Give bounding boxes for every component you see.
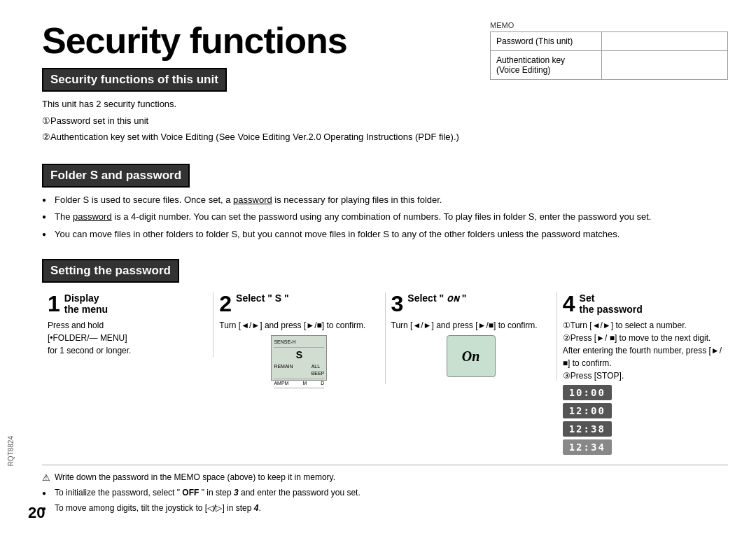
password-display-2: 12:00 xyxy=(563,403,612,418)
screen-row2: REMAINALLBEEP xyxy=(274,362,324,379)
step4-passwords: 10:00 12:00 12:38 12:34 xyxy=(563,385,722,455)
note-warning: Write down the password in the MEMO spac… xyxy=(42,471,728,484)
memo-cell-22 xyxy=(602,51,728,80)
screen-row3: AMPMMD xyxy=(274,379,324,389)
step2: 2 Select " S " Turn [◄/►] and press [►/■… xyxy=(214,292,385,384)
left-content: Security functions Security functions of… xyxy=(42,21,469,147)
memo-cell-21: Authentication key(Voice Editing) xyxy=(491,51,602,80)
page-number: 20 xyxy=(28,504,45,522)
step1-title: Displaythe menu xyxy=(64,292,108,315)
section2: Folder S and password Folder S is used t… xyxy=(42,154,728,241)
page-title: Security functions xyxy=(42,21,469,61)
screen-row1: SENSE-H xyxy=(274,338,324,348)
memo-label: MEMO xyxy=(490,21,728,29)
bottom-notes: Write down the password in the MEMO spac… xyxy=(42,465,728,514)
section2-bullet3: You can move files in other folders to f… xyxy=(42,227,728,241)
step4-body: ①Turn [◄/►] to select a number. ②Press [… xyxy=(563,319,722,382)
memo-cell-12 xyxy=(602,32,728,51)
step3-number: 3 xyxy=(391,292,404,315)
section2-bullet2: The password is a 4-digit number. You ca… xyxy=(42,210,728,224)
section3-heading: Setting the password xyxy=(42,259,179,283)
step4: 4 Setthe password ①Turn [◄/►] to select … xyxy=(557,292,728,455)
section1-line3: ②Authentication key set with Voice Editi… xyxy=(42,130,469,144)
step3-body: Turn [◄/►] and press [►/■] to confirm. O… xyxy=(391,319,551,377)
section2-heading: Folder S and password xyxy=(42,164,190,188)
step3-screen: On xyxy=(447,335,496,377)
note-item-1: To initialize the password, select " OFF… xyxy=(42,486,728,499)
step1-number: 1 xyxy=(48,292,60,315)
step4-title: Setthe password xyxy=(580,292,643,315)
step3-title: Select " ᴏɴ " xyxy=(407,292,466,304)
step2-title-line: 2 Select " S " xyxy=(219,292,379,315)
section1-line1: This unit has 2 security functions. xyxy=(42,97,469,111)
step2-body: Turn [◄/►] and press [►/■] to confirm. S… xyxy=(219,319,379,381)
step1-title-line: 1 Displaythe menu xyxy=(48,292,207,315)
password-display-4: 12:34 xyxy=(563,439,612,455)
memo-cell-11: Password (This unit) xyxy=(491,32,602,51)
screen-center: S xyxy=(274,348,324,362)
section1-line2: ①Password set in this unit xyxy=(42,114,469,128)
password-display-3: 12:38 xyxy=(563,421,612,437)
step2-screen: SENSE-H S REMAINALLBEEP AMPMMD xyxy=(271,335,327,381)
memo-table: Password (This unit) Authentication key(… xyxy=(490,31,728,80)
step3: 3 Select " ᴏɴ " Turn [◄/►] and press [►/… xyxy=(386,292,557,381)
step4-number: 4 xyxy=(563,292,575,315)
password-display-1: 10:00 xyxy=(563,385,612,400)
section1-heading: Security functions of this unit xyxy=(42,68,227,92)
table-row: Authentication key(Voice Editing) xyxy=(491,51,728,80)
step1: 1 Displaythe menu Press and hold[•FOLDER… xyxy=(42,292,214,357)
steps-row: 1 Displaythe menu Press and hold[•FOLDER… xyxy=(42,292,728,455)
section1: Security functions of this unit This uni… xyxy=(42,68,469,144)
top-section: Security functions Security functions of… xyxy=(42,21,728,147)
step2-title: Select " S " xyxy=(236,292,289,304)
step3-title-line: 3 Select " ᴏɴ " xyxy=(391,292,551,315)
step2-number: 2 xyxy=(219,292,232,315)
section2-bullet1: Folder S is used to secure files. Once s… xyxy=(42,193,728,207)
table-row: Password (This unit) xyxy=(491,32,728,51)
note-item-2: To move among digits, tilt the joystick … xyxy=(42,502,728,514)
rqt-code: RQT8824 xyxy=(7,436,15,466)
step4-title-line: 4 Setthe password xyxy=(563,292,722,315)
step1-body: Press and hold[•FOLDER/— MENU]for 1 seco… xyxy=(48,319,207,357)
section3: Setting the password 1 Displaythe menu P… xyxy=(42,249,728,455)
memo-area: MEMO Password (This unit) Authentication… xyxy=(490,21,728,80)
